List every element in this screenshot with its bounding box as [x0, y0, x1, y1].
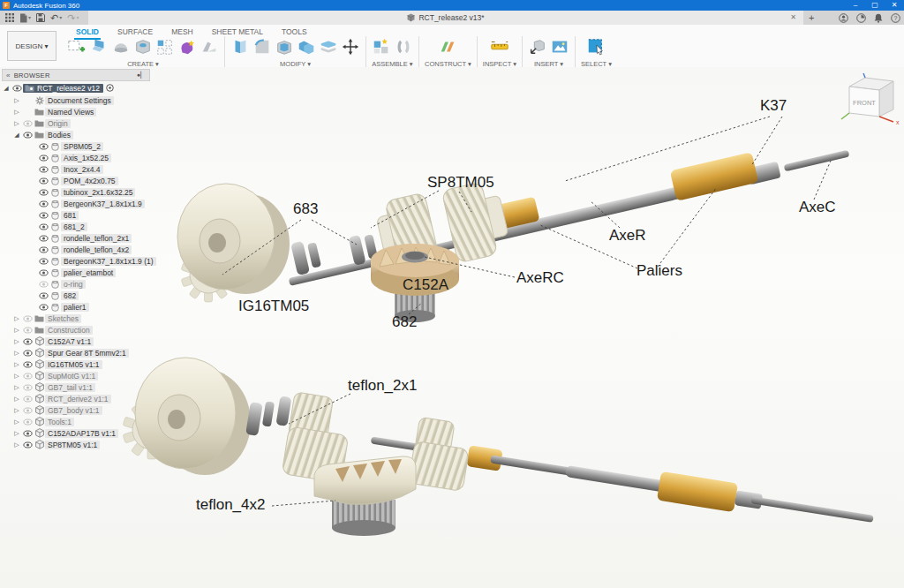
browser-item[interactable]: ▷BergeonK37_1.8x1x1.9 [2, 198, 150, 209]
visibility-eye-icon[interactable] [21, 373, 34, 380]
browser-item[interactable]: ▷IG16TM05 v1:1 [2, 358, 150, 370]
browser-item[interactable]: ▷GB7_body v1:1 [2, 404, 150, 416]
tab-close-icon[interactable]: ✕ [790, 11, 796, 25]
visibility-eye-icon[interactable] [37, 143, 49, 150]
browser-item[interactable]: ▷682 [2, 290, 150, 301]
collapse-arrow-icon[interactable]: ◢ [2, 85, 11, 92]
visibility-eye-icon[interactable] [21, 361, 34, 368]
browser-item[interactable]: ▷Tools:1 [2, 416, 150, 427]
expand-arrow-icon[interactable]: ▷ [12, 418, 21, 426]
new-tab-icon[interactable]: + [809, 11, 814, 25]
visibility-eye-icon[interactable] [37, 166, 49, 173]
visibility-eye-icon[interactable] [21, 350, 34, 357]
browser-item[interactable]: ▷SP8TM05 v1:1 [2, 439, 150, 450]
browser-item[interactable]: ▷SP8M05_2 [2, 140, 150, 152]
browser-item[interactable]: ▷Document Settings [2, 94, 150, 106]
file-menu-icon[interactable]: ▾ [19, 11, 31, 25]
bearing-683-left[interactable] [290, 241, 310, 275]
redo-icon[interactable]: ↷▾ [67, 11, 79, 25]
visibility-eye-icon[interactable] [21, 327, 34, 334]
combine-icon[interactable] [297, 37, 316, 57]
palier-sleeve-lower-right[interactable] [657, 471, 738, 512]
bearing-683-right[interactable] [349, 235, 366, 266]
browser-item[interactable]: ▷GB7_tail v1:1 [2, 381, 150, 393]
palier-sleeve-right[interactable] [670, 152, 758, 200]
browser-item[interactable]: ▷rondelle_teflon_4x2 [2, 244, 150, 255]
select-icon[interactable] [586, 37, 606, 57]
browser-header[interactable]: « BROWSER ●▏ [2, 69, 150, 81]
press-pull-icon[interactable] [230, 37, 250, 57]
visibility-eye-icon[interactable] [21, 396, 34, 403]
browser-item[interactable]: ▷RCT_derive2 v1:1 [2, 393, 150, 404]
construct-plane-icon[interactable] [438, 37, 457, 57]
move-copy-icon[interactable] [341, 37, 360, 57]
browser-item[interactable]: ▷tubinox_2x1.6x32.25 [2, 186, 150, 198]
visibility-eye-icon[interactable] [21, 120, 34, 127]
web-icon[interactable] [200, 37, 219, 57]
browser-item[interactable]: ▷Inox_2x4.4 [2, 163, 150, 175]
pattern-icon[interactable] [155, 37, 175, 57]
notifications-bell-icon[interactable] [874, 13, 883, 23]
expand-arrow-icon[interactable]: ▷ [12, 327, 21, 334]
extrude-icon[interactable] [89, 37, 109, 57]
activate-radio-icon[interactable] [106, 84, 114, 92]
visibility-eye-icon[interactable] [37, 304, 49, 311]
insert-image-icon[interactable] [550, 37, 569, 57]
browser-item[interactable]: ▷C152A7 v1:1 [2, 335, 150, 347]
browser-item[interactable]: ▷681 [2, 209, 150, 221]
save-icon[interactable] [36, 13, 45, 22]
visibility-eye-icon[interactable] [21, 338, 34, 345]
expand-arrow-icon[interactable]: ▷ [12, 350, 21, 357]
browser-item[interactable]: ▷Origin [2, 117, 150, 129]
expand-arrow-icon[interactable]: ▷ [12, 441, 21, 449]
visibility-eye-icon[interactable] [21, 441, 34, 449]
visibility-eye-icon[interactable] [37, 281, 49, 288]
expand-arrow-icon[interactable]: ▷ [12, 407, 21, 414]
measure-icon[interactable] [490, 37, 509, 57]
visibility-eye-icon[interactable] [21, 430, 34, 437]
visibility-eye-icon[interactable] [37, 223, 49, 230]
create-sketch-icon[interactable] [67, 37, 87, 57]
visibility-eye-icon[interactable] [37, 212, 49, 219]
expand-arrow-icon[interactable]: ▷ [12, 373, 21, 380]
browser-item[interactable]: ▷SupMotG v1:1 [2, 370, 150, 381]
browser-root-item[interactable]: ◢ RCT_release2 v12 [2, 81, 150, 94]
browser-item[interactable]: ▷Named Views [2, 106, 150, 117]
collapse-panel-icon[interactable]: « [6, 72, 11, 79]
panel-grip-icon[interactable]: ●▏ [137, 72, 146, 79]
visibility-eye-icon[interactable] [37, 246, 49, 253]
visibility-eye-icon[interactable] [37, 189, 49, 196]
visibility-eye-icon[interactable] [21, 132, 34, 139]
lower-assembly[interactable] [123, 358, 874, 536]
undo-icon[interactable]: ↶▾ [50, 11, 62, 25]
browser-item[interactable]: ◢Bodies [2, 129, 150, 140]
visibility-eye-icon[interactable] [21, 407, 34, 414]
shell-icon[interactable] [275, 37, 294, 57]
expand-arrow-icon[interactable]: ▷ [12, 338, 21, 345]
insert-derive-icon[interactable] [528, 37, 547, 57]
crown-gear-c152a[interactable] [371, 244, 459, 296]
expand-arrow-icon[interactable]: ▷ [12, 315, 21, 322]
revolve-icon[interactable] [111, 37, 131, 57]
visibility-eye-icon[interactable] [21, 418, 34, 426]
create-form-icon[interactable] [177, 37, 197, 57]
visibility-eye-icon[interactable] [11, 85, 23, 92]
fillet-icon[interactable] [252, 37, 272, 57]
expand-arrow-icon[interactable]: ▷ [12, 396, 21, 403]
help-icon[interactable]: ? [891, 13, 900, 23]
split-body-icon[interactable] [319, 37, 338, 57]
expand-arrow-icon[interactable]: ▷ [12, 109, 21, 116]
visibility-eye-icon[interactable] [21, 315, 34, 322]
browser-item[interactable]: ▷palier_etambot [2, 267, 150, 278]
gear-lower-right[interactable] [409, 441, 470, 491]
viewcube[interactable]: FRONT x [839, 72, 900, 131]
browser-item[interactable]: ▷o-ring [2, 278, 150, 290]
maximize-button[interactable]: ▢ [865, 0, 885, 11]
new-component-icon[interactable] [372, 37, 391, 57]
browser-item[interactable]: ▷Sketches [2, 313, 150, 324]
browser-item[interactable]: ▷Construction [2, 324, 150, 335]
data-panel-grid-icon[interactable] [5, 13, 14, 22]
visibility-eye-icon[interactable] [37, 269, 49, 276]
viewcube-front-face[interactable]: FRONT [853, 99, 876, 107]
browser-item[interactable]: ▷POM_4x2x0.75 [2, 175, 150, 186]
